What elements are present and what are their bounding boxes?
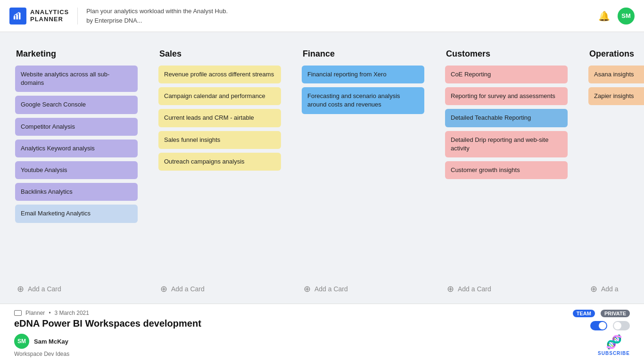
cards-list-sales: Revenue profile across different streams… xyxy=(158,66,281,277)
column-title-marketing: Marketing xyxy=(15,49,138,59)
card-marketing-4[interactable]: Youtube Analysis xyxy=(15,161,138,179)
card-finance-0[interactable]: Financial reporting from Xero xyxy=(302,66,424,83)
footer-right: TEAM PRIVATE 🧬 SUBSCRIBE xyxy=(573,310,630,356)
add-card-label-customers: Add a Card xyxy=(458,285,491,293)
card-sales-2[interactable]: Current leads and CRM - airtable xyxy=(158,109,281,127)
footer-username: Sam McKay xyxy=(34,338,68,345)
toggle-row xyxy=(590,321,630,330)
card-marketing-1[interactable]: Google Search Console xyxy=(15,96,138,114)
add-card-operations[interactable]: ⊕Add a xyxy=(588,280,644,298)
logo-top: ANALYTICS xyxy=(30,9,69,16)
add-card-label-marketing: Add a Card xyxy=(28,285,61,293)
card-finance-1[interactable]: Forecasting and scenario analysis around… xyxy=(302,87,424,114)
private-label: PRIVATE xyxy=(601,310,630,317)
card-customers-1[interactable]: Reporting for survey and assessments xyxy=(445,87,568,105)
dna-subscribe-icon: 🧬 xyxy=(606,334,622,350)
notification-bell-icon[interactable]: 🔔 xyxy=(598,10,610,22)
column-title-operations: Operations xyxy=(588,49,644,59)
add-card-icon-customers: ⊕ xyxy=(447,284,454,294)
card-sales-3[interactable]: Sales funnel insights xyxy=(158,131,281,149)
footer-meta: Planner • 3 March 2021 xyxy=(14,310,573,316)
subscribe-block[interactable]: 🧬 SUBSCRIBE xyxy=(598,334,630,356)
add-card-label-sales: Add a Card xyxy=(171,285,205,293)
svg-rect-1 xyxy=(16,14,18,19)
column-operations: OperationsAsana insightsZapier insights⊕… xyxy=(583,41,644,304)
subscribe-text: SUBSCRIBE xyxy=(598,351,630,356)
add-card-icon-finance: ⊕ xyxy=(304,284,311,294)
footer-user-avatar: SM xyxy=(14,334,29,349)
logo-icon xyxy=(9,8,26,25)
svg-rect-2 xyxy=(19,12,21,19)
footer-user-info: Sam McKay xyxy=(34,338,68,345)
team-toggle-knob xyxy=(599,322,606,329)
add-card-label-finance: Add a Card xyxy=(314,285,348,293)
user-avatar[interactable]: SM xyxy=(618,8,635,25)
column-finance: FinanceFinancial reporting from XeroFore… xyxy=(296,41,430,304)
main-board: MarketingWebsite analytics across all su… xyxy=(0,32,644,304)
logo-bottom: PLANNER xyxy=(30,16,69,23)
card-marketing-0[interactable]: Website analytics across all sub-domains xyxy=(15,66,138,92)
footer-left: Planner • 3 March 2021 eDNA Power BI Wor… xyxy=(14,310,573,357)
column-marketing: MarketingWebsite analytics across all su… xyxy=(9,41,143,304)
card-customers-2[interactable]: Detailed Teachable Reporting xyxy=(445,109,568,127)
add-card-finance[interactable]: ⊕Add a Card xyxy=(302,280,424,298)
header-actions: 🔔 SM xyxy=(598,8,635,25)
card-customers-0[interactable]: CoE Reporting xyxy=(445,66,568,83)
add-card-icon-operations: ⊕ xyxy=(590,284,597,294)
team-label: TEAM xyxy=(573,310,595,317)
footer: Planner • 3 March 2021 eDNA Power BI Wor… xyxy=(0,304,644,362)
column-title-finance: Finance xyxy=(302,49,424,59)
private-toggle[interactable] xyxy=(613,321,630,330)
footer-date: 3 March 2021 xyxy=(55,310,89,316)
column-customers: CustomersCoE ReportingReporting for surv… xyxy=(439,41,573,304)
add-card-marketing[interactable]: ⊕Add a Card xyxy=(15,280,138,298)
add-card-customers[interactable]: ⊕Add a Card xyxy=(445,280,568,298)
column-title-sales: Sales xyxy=(158,49,281,59)
card-customers-3[interactable]: Detailed Drip reporting and web-site act… xyxy=(445,131,568,157)
add-card-icon-marketing: ⊕ xyxy=(17,284,24,294)
svg-rect-0 xyxy=(14,16,16,19)
logo-text: ANALYTICS PLANNER xyxy=(30,9,69,23)
add-card-label-operations: Add a xyxy=(601,285,619,293)
header-tagline: Plan your analytics workload within the … xyxy=(86,7,228,25)
card-operations-1[interactable]: Zapier insights xyxy=(588,87,644,105)
card-marketing-3[interactable]: Analytics Keyword analysis xyxy=(15,140,138,157)
add-card-icon-sales: ⊕ xyxy=(160,284,167,294)
footer-bullet: • xyxy=(49,310,50,316)
card-sales-4[interactable]: Outreach campaigns analysis xyxy=(158,153,281,171)
footer-toggle-labels: TEAM PRIVATE xyxy=(573,310,630,317)
team-toggle[interactable] xyxy=(590,321,607,330)
board-area: MarketingWebsite analytics across all su… xyxy=(0,32,644,304)
card-marketing-6[interactable]: Email Marketing Analytics xyxy=(15,205,138,222)
planner-icon xyxy=(14,310,22,316)
app-header: ANALYTICS PLANNER Plan your analytics wo… xyxy=(0,0,644,32)
card-operations-0[interactable]: Asana insights xyxy=(588,66,644,83)
cards-list-operations: Asana insightsZapier insights xyxy=(588,66,644,277)
card-sales-0[interactable]: Revenue profile across different streams xyxy=(158,66,281,83)
footer-project-title: eDNA Power BI Workspaces development xyxy=(14,318,573,329)
card-marketing-5[interactable]: Backlinks Analytics xyxy=(15,183,138,201)
add-card-sales[interactable]: ⊕Add a Card xyxy=(158,280,281,298)
footer-planner-label: Planner xyxy=(25,310,45,316)
private-toggle-knob xyxy=(614,322,621,329)
card-sales-1[interactable]: Campaign calendar and performance xyxy=(158,87,281,105)
logo-block: ANALYTICS PLANNER xyxy=(9,8,69,25)
cards-list-customers: CoE ReportingReporting for survey and as… xyxy=(445,66,568,277)
footer-workspace: Workspace Dev Ideas xyxy=(14,351,573,357)
card-marketing-2[interactable]: Competitor Analysis xyxy=(15,118,138,136)
column-sales: SalesRevenue profile across different st… xyxy=(153,41,287,304)
footer-user: SM Sam McKay xyxy=(14,334,573,349)
header-divider xyxy=(77,8,78,25)
column-title-customers: Customers xyxy=(445,49,568,59)
card-customers-4[interactable]: Customer growth insights xyxy=(445,161,568,179)
cards-list-marketing: Website analytics across all sub-domains… xyxy=(15,66,138,277)
cards-list-finance: Financial reporting from XeroForecasting… xyxy=(302,66,424,277)
